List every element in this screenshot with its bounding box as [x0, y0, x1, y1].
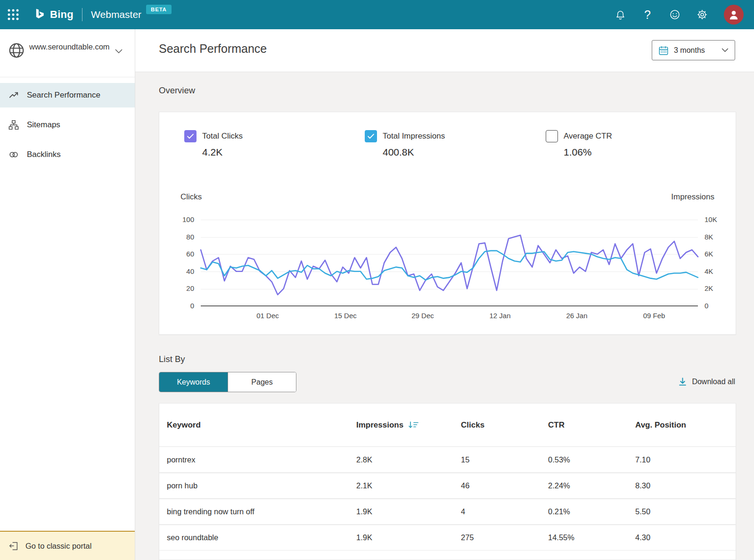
- calendar-icon: [658, 45, 669, 56]
- beta-badge: BETA: [146, 5, 172, 14]
- cell-keyword: porn hub: [167, 481, 356, 490]
- cell-keyword: seo roundtable: [167, 533, 356, 542]
- link-icon: [8, 149, 19, 160]
- table-row[interactable]: porn hub 2.1K 46 2.24% 8.30: [159, 473, 736, 499]
- y-axis-tick-label: 8K: [705, 233, 733, 241]
- table-row[interactable]: seo roundtable 1.9K 275 14.55% 4.30: [159, 525, 736, 551]
- y-axis-tick-label: 4K: [705, 267, 733, 275]
- y-axis-tick-label: 20: [159, 284, 194, 292]
- total-impressions-checkbox[interactable]: [365, 130, 377, 142]
- sort-descending-icon: [408, 421, 418, 429]
- cell-clicks: 15: [461, 455, 548, 464]
- y-axis-tick-label: 6K: [705, 250, 733, 258]
- metric-value: 4.2K: [202, 147, 243, 158]
- overview-section-title: Overview: [159, 85, 195, 96]
- metric-total-clicks: Total Clicks 4.2K: [184, 130, 243, 158]
- table-row[interactable]: porntrex 2.8K 15 0.53% 7.10: [159, 447, 736, 473]
- help-icon[interactable]: ?: [642, 9, 653, 20]
- list-by-toggle: Keywords Pages: [159, 372, 296, 392]
- keywords-table-card: Keyword Impressions Clicks CTR Avg. Posi…: [159, 403, 736, 560]
- brand-separator: [82, 8, 82, 21]
- sidebar-divider: [0, 77, 135, 77]
- left-axis-title: Clicks: [180, 192, 202, 202]
- cell-keyword: bing trending now turn off: [167, 507, 356, 516]
- column-header-clicks[interactable]: Clicks: [461, 420, 548, 430]
- table-row[interactable]: bing trending now turn off 1.9K 4 0.21% …: [159, 499, 736, 525]
- classic-portal-label: Go to classic portal: [25, 542, 91, 551]
- x-axis-tick-label: 26 Jan: [566, 312, 587, 320]
- sidebar: www.seroundtable.com Search Performance: [0, 29, 135, 560]
- sitemap-icon: [8, 120, 19, 130]
- page-header: Search Performance 3 months: [135, 29, 754, 72]
- sidebar-item-backlinks[interactable]: Backlinks: [0, 142, 135, 167]
- chevron-down-icon: [115, 49, 123, 54]
- date-range-dropdown[interactable]: 3 months: [652, 40, 735, 60]
- metric-label: Total Impressions: [383, 132, 445, 141]
- download-icon: [678, 377, 687, 386]
- column-header-avg-position[interactable]: Avg. Position: [635, 420, 736, 430]
- sidebar-item-label: Backlinks: [27, 150, 61, 159]
- date-range-value: 3 months: [674, 46, 705, 55]
- column-header-ctr[interactable]: CTR: [548, 420, 635, 430]
- tab-keywords[interactable]: Keywords: [159, 372, 228, 392]
- x-axis-tick-label: 12 Jan: [489, 312, 510, 320]
- y-axis-tick-label: 0: [705, 302, 733, 310]
- cell-clicks: 4: [461, 507, 548, 516]
- x-axis-tick-label: 29 Dec: [411, 312, 434, 320]
- cell-impressions: 1.9K: [356, 507, 461, 516]
- x-axis-tick-label: 15 Dec: [334, 312, 357, 320]
- total-clicks-checkbox[interactable]: [184, 130, 197, 142]
- column-header-keyword[interactable]: Keyword: [167, 420, 356, 430]
- feedback-smiley-icon[interactable]: [669, 9, 680, 20]
- top-bar: Bing Webmaster BETA ?: [0, 0, 754, 29]
- cell-avg-position: 4.30: [635, 533, 736, 542]
- column-header-impressions[interactable]: Impressions: [356, 420, 461, 430]
- bing-logo-icon[interactable]: [32, 8, 46, 22]
- y-axis-tick-label: 0: [159, 302, 194, 310]
- app-launcher-waffle-icon[interactable]: [7, 8, 20, 21]
- cell-avg-position: 5.50: [635, 507, 736, 516]
- trending-up-icon: [8, 90, 19, 100]
- cell-ctr: 2.24%: [548, 481, 635, 490]
- download-all-button[interactable]: Download all: [678, 377, 735, 386]
- notifications-bell-icon[interactable]: [615, 9, 626, 20]
- y-axis-tick-label: 10K: [705, 215, 733, 223]
- globe-icon: [8, 41, 25, 59]
- y-axis-tick-label: 80: [159, 233, 194, 241]
- cell-impressions: 1.9K: [356, 533, 461, 542]
- user-avatar[interactable]: [724, 5, 744, 25]
- x-axis-tick-label: 09 Feb: [643, 312, 665, 320]
- download-all-label: Download all: [692, 378, 735, 386]
- cell-avg-position: 7.10: [635, 455, 736, 464]
- average-ctr-checkbox[interactable]: [546, 130, 558, 142]
- cell-impressions: 2.1K: [356, 481, 461, 490]
- sidebar-item-search-performance[interactable]: Search Performance: [0, 83, 135, 107]
- sidebar-item-sitemaps[interactable]: Sitemaps: [0, 113, 135, 137]
- cell-ctr: 0.53%: [548, 455, 635, 464]
- cell-ctr: 14.55%: [548, 533, 635, 542]
- sidebar-item-label: Search Performance: [27, 91, 100, 100]
- site-url: www.seroundtable.com: [29, 41, 113, 52]
- metric-label: Total Clicks: [202, 132, 243, 141]
- metric-value: 400.8K: [383, 147, 445, 158]
- right-axis-title: Impressions: [671, 192, 714, 202]
- performance-line-chart[interactable]: [201, 220, 698, 306]
- bing-webmaster-app: Bing Webmaster BETA ?: [0, 0, 754, 560]
- metric-total-impressions: Total Impressions 400.8K: [365, 130, 445, 158]
- table-body: porntrex 2.8K 15 0.53% 7.10 porn hub 2.1…: [159, 447, 736, 551]
- metric-value: 1.06%: [564, 147, 612, 158]
- product-name[interactable]: Webmaster: [91, 9, 141, 20]
- y-axis-tick-label: 100: [159, 215, 194, 223]
- site-selector[interactable]: www.seroundtable.com: [0, 29, 135, 76]
- sidebar-nav: Search Performance Sitemaps Backlinks: [0, 78, 135, 167]
- brand-name[interactable]: Bing: [50, 8, 74, 21]
- settings-gear-icon[interactable]: [697, 9, 708, 20]
- cell-avg-position: 8.30: [635, 481, 736, 490]
- cell-ctr: 0.21%: [548, 507, 635, 516]
- metric-average-ctr: Average CTR 1.06%: [546, 130, 612, 158]
- go-to-classic-portal-link[interactable]: Go to classic portal: [0, 531, 135, 560]
- cell-clicks: 275: [461, 533, 548, 542]
- cell-impressions: 2.8K: [356, 455, 461, 464]
- table-header-row: Keyword Impressions Clicks CTR Avg. Posi…: [159, 404, 736, 447]
- tab-pages[interactable]: Pages: [228, 372, 296, 392]
